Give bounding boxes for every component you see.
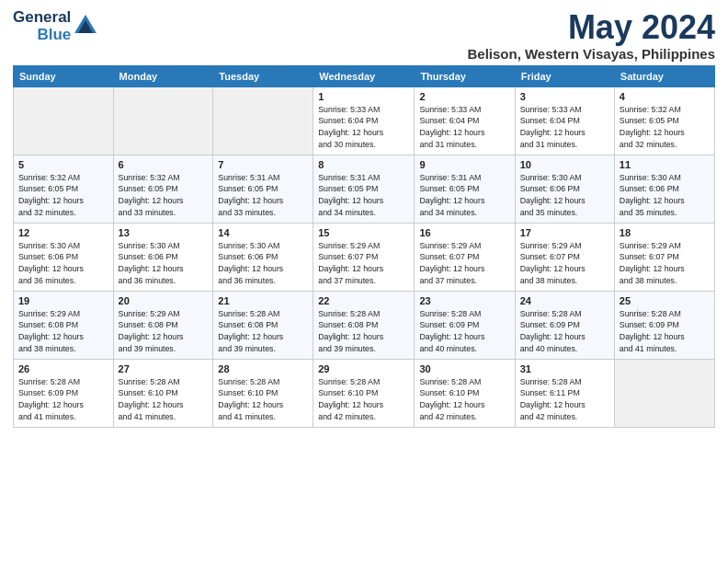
table-row: 25Sunrise: 5:28 AMSunset: 6:09 PMDayligh…	[614, 291, 714, 359]
day-number: 3	[520, 91, 609, 102]
day-info: Sunrise: 5:29 AMSunset: 6:07 PMDaylight:…	[620, 240, 710, 287]
table-row: 13Sunrise: 5:30 AMSunset: 6:06 PMDayligh…	[113, 223, 213, 291]
day-info: Sunrise: 5:30 AMSunset: 6:06 PMDaylight:…	[620, 172, 710, 219]
day-number: 5	[18, 159, 108, 170]
table-row: 6Sunrise: 5:32 AMSunset: 6:05 PMDaylight…	[113, 155, 213, 223]
table-row: 9Sunrise: 5:31 AMSunset: 6:05 PMDaylight…	[415, 155, 515, 223]
table-row: 10Sunrise: 5:30 AMSunset: 6:06 PMDayligh…	[515, 155, 614, 223]
day-info: Sunrise: 5:33 AMSunset: 6:04 PMDaylight:…	[419, 104, 509, 151]
table-row: 19Sunrise: 5:29 AMSunset: 6:08 PMDayligh…	[14, 291, 114, 359]
col-saturday: Saturday	[614, 65, 714, 86]
calendar-table: Sunday Monday Tuesday Wednesday Thursday…	[13, 65, 715, 428]
day-info: Sunrise: 5:30 AMSunset: 6:06 PMDaylight:…	[520, 172, 609, 219]
day-info: Sunrise: 5:32 AMSunset: 6:05 PMDaylight:…	[119, 172, 209, 219]
table-row	[14, 86, 114, 155]
table-row: 23Sunrise: 5:28 AMSunset: 6:09 PMDayligh…	[415, 291, 515, 359]
day-info: Sunrise: 5:31 AMSunset: 6:05 PMDaylight:…	[419, 172, 509, 219]
col-thursday: Thursday	[415, 65, 515, 86]
day-number: 25	[620, 295, 710, 306]
col-friday: Friday	[515, 65, 614, 86]
day-info: Sunrise: 5:28 AMSunset: 6:09 PMDaylight:…	[620, 308, 710, 355]
day-number: 23	[419, 295, 509, 306]
logo-general: General	[13, 9, 71, 27]
day-number: 15	[318, 227, 409, 238]
table-row: 12Sunrise: 5:30 AMSunset: 6:06 PMDayligh…	[14, 223, 114, 291]
day-number: 29	[318, 363, 409, 374]
table-row: 16Sunrise: 5:29 AMSunset: 6:07 PMDayligh…	[415, 223, 515, 291]
table-row: 5Sunrise: 5:32 AMSunset: 6:05 PMDaylight…	[14, 155, 114, 223]
day-number: 11	[620, 159, 710, 170]
day-number: 12	[18, 227, 108, 238]
table-row: 8Sunrise: 5:31 AMSunset: 6:05 PMDaylight…	[313, 155, 415, 223]
location-title: Belison, Western Visayas, Philippines	[467, 46, 715, 62]
table-row	[113, 86, 213, 155]
table-row: 27Sunrise: 5:28 AMSunset: 6:10 PMDayligh…	[113, 359, 213, 427]
table-row	[614, 359, 714, 427]
day-number: 28	[218, 363, 308, 374]
calendar-week-row: 5Sunrise: 5:32 AMSunset: 6:05 PMDaylight…	[14, 155, 715, 223]
day-number: 18	[620, 227, 710, 238]
day-number: 22	[318, 295, 409, 306]
day-info: Sunrise: 5:32 AMSunset: 6:05 PMDaylight:…	[18, 172, 108, 219]
table-row: 2Sunrise: 5:33 AMSunset: 6:04 PMDaylight…	[415, 86, 515, 155]
day-number: 9	[419, 159, 509, 170]
table-row: 17Sunrise: 5:29 AMSunset: 6:07 PMDayligh…	[515, 223, 614, 291]
logo-blue: Blue	[37, 27, 71, 44]
table-row: 31Sunrise: 5:28 AMSunset: 6:11 PMDayligh…	[515, 359, 614, 427]
col-sunday: Sunday	[14, 65, 114, 86]
col-wednesday: Wednesday	[313, 65, 415, 86]
day-info: Sunrise: 5:33 AMSunset: 6:04 PMDaylight:…	[520, 104, 609, 151]
day-info: Sunrise: 5:30 AMSunset: 6:06 PMDaylight:…	[18, 240, 108, 287]
calendar-week-row: 12Sunrise: 5:30 AMSunset: 6:06 PMDayligh…	[14, 223, 715, 291]
day-info: Sunrise: 5:28 AMSunset: 6:10 PMDaylight:…	[119, 376, 209, 423]
day-number: 16	[419, 227, 509, 238]
table-row: 14Sunrise: 5:30 AMSunset: 6:06 PMDayligh…	[213, 223, 313, 291]
day-number: 31	[520, 363, 609, 374]
table-row	[213, 86, 313, 155]
day-number: 7	[218, 159, 308, 170]
calendar-week-row: 19Sunrise: 5:29 AMSunset: 6:08 PMDayligh…	[14, 291, 715, 359]
table-row: 20Sunrise: 5:29 AMSunset: 6:08 PMDayligh…	[113, 291, 213, 359]
day-info: Sunrise: 5:30 AMSunset: 6:06 PMDaylight:…	[119, 240, 209, 287]
table-row: 22Sunrise: 5:28 AMSunset: 6:08 PMDayligh…	[313, 291, 415, 359]
table-row: 4Sunrise: 5:32 AMSunset: 6:05 PMDaylight…	[614, 86, 714, 155]
day-info: Sunrise: 5:31 AMSunset: 6:05 PMDaylight:…	[318, 172, 409, 219]
table-row: 3Sunrise: 5:33 AMSunset: 6:04 PMDaylight…	[515, 86, 614, 155]
col-tuesday: Tuesday	[213, 65, 313, 86]
day-number: 14	[218, 227, 308, 238]
day-number: 13	[119, 227, 209, 238]
day-info: Sunrise: 5:29 AMSunset: 6:08 PMDaylight:…	[18, 308, 108, 355]
month-title: May 2024	[467, 9, 715, 46]
day-number: 19	[18, 295, 108, 306]
calendar-week-row: 1Sunrise: 5:33 AMSunset: 6:04 PMDaylight…	[14, 86, 715, 155]
table-row: 29Sunrise: 5:28 AMSunset: 6:10 PMDayligh…	[313, 359, 415, 427]
day-info: Sunrise: 5:28 AMSunset: 6:09 PMDaylight:…	[18, 376, 108, 423]
day-info: Sunrise: 5:28 AMSunset: 6:10 PMDaylight:…	[419, 376, 509, 423]
page: General Blue May 2024 Belison, Western V…	[0, 0, 728, 563]
day-info: Sunrise: 5:32 AMSunset: 6:05 PMDaylight:…	[620, 104, 710, 151]
day-number: 20	[119, 295, 209, 306]
day-number: 2	[419, 91, 509, 102]
day-info: Sunrise: 5:28 AMSunset: 6:11 PMDaylight:…	[520, 376, 609, 423]
header: General Blue May 2024 Belison, Western V…	[13, 9, 715, 62]
day-number: 10	[520, 159, 609, 170]
calendar-header-row: Sunday Monday Tuesday Wednesday Thursday…	[14, 65, 715, 86]
day-info: Sunrise: 5:29 AMSunset: 6:08 PMDaylight:…	[119, 308, 209, 355]
day-info: Sunrise: 5:28 AMSunset: 6:09 PMDaylight:…	[520, 308, 609, 355]
day-number: 1	[318, 91, 409, 102]
day-info: Sunrise: 5:29 AMSunset: 6:07 PMDaylight:…	[318, 240, 409, 287]
table-row: 24Sunrise: 5:28 AMSunset: 6:09 PMDayligh…	[515, 291, 614, 359]
day-info: Sunrise: 5:29 AMSunset: 6:07 PMDaylight:…	[520, 240, 609, 287]
table-row: 11Sunrise: 5:30 AMSunset: 6:06 PMDayligh…	[614, 155, 714, 223]
table-row: 18Sunrise: 5:29 AMSunset: 6:07 PMDayligh…	[614, 223, 714, 291]
day-number: 8	[318, 159, 409, 170]
title-section: May 2024 Belison, Western Visayas, Phili…	[467, 9, 715, 62]
table-row: 30Sunrise: 5:28 AMSunset: 6:10 PMDayligh…	[415, 359, 515, 427]
table-row: 15Sunrise: 5:29 AMSunset: 6:07 PMDayligh…	[313, 223, 415, 291]
day-number: 26	[18, 363, 108, 374]
day-number: 4	[620, 91, 710, 102]
table-row: 26Sunrise: 5:28 AMSunset: 6:09 PMDayligh…	[14, 359, 114, 427]
day-number: 17	[520, 227, 609, 238]
day-info: Sunrise: 5:29 AMSunset: 6:07 PMDaylight:…	[419, 240, 509, 287]
day-number: 21	[218, 295, 308, 306]
